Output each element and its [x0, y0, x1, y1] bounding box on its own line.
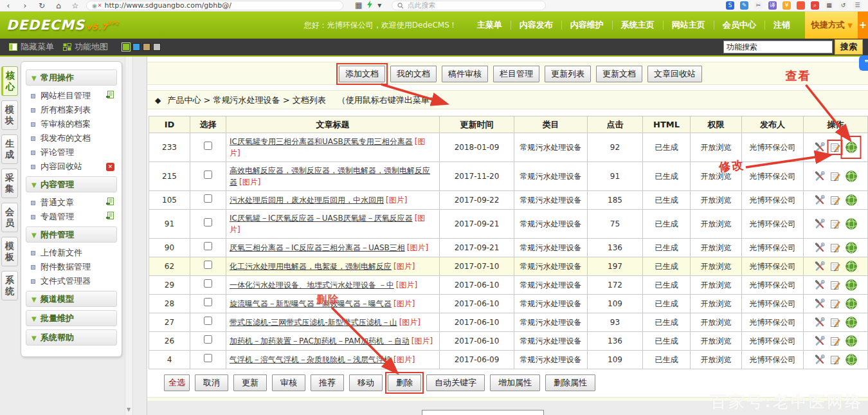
screenshot-scissors-icon[interactable]: ✂: [754, 1, 763, 10]
restore-icon[interactable]: ↺: [839, 1, 847, 10]
module-tab-模块[interactable]: 模块: [1, 100, 18, 130]
document-title-link[interactable]: 污水处理后回用，废水处理后回用，中水回用: [230, 196, 384, 205]
edit-icon[interactable]: [829, 142, 841, 153]
sidebar-section-4[interactable]: ▼批量维护: [26, 310, 117, 326]
sidebar-item-附件数据管理[interactable]: 附件数据管理: [26, 260, 117, 274]
translate-icon[interactable]: 译: [768, 1, 777, 10]
quick-access-button[interactable]: 快捷方式 ▼: [805, 12, 858, 39]
bulk-button-9[interactable]: 删除属性: [545, 374, 595, 391]
qr-code-icon[interactable]: ▦: [355, 1, 362, 10]
refresh-icon[interactable]: ↻: [33, 0, 50, 12]
edit-icon[interactable]: [829, 171, 841, 182]
attributes-tools-icon[interactable]: [814, 142, 826, 153]
edit-icon[interactable]: [829, 317, 841, 328]
document-title-link[interactable]: 化工污水处理用电解器，电絮凝，强制电解反应: [230, 262, 392, 271]
row-checkbox[interactable]: [204, 335, 212, 344]
sidebar-item-普通文章[interactable]: 普通文章: [26, 196, 117, 210]
apps-grid-icon[interactable]: ▦: [825, 1, 833, 10]
doc-action-button-5[interactable]: 更新文档: [596, 66, 642, 82]
sidebar-section-1[interactable]: ▼内容管理: [26, 176, 117, 192]
sogou-icon[interactable]: S: [726, 1, 734, 10]
sidebar-item-内容回收站[interactable]: 内容回收站✕: [26, 160, 117, 174]
document-title-link[interactable]: 加药机－加药装置－PAC加药机－PAM加药机 －自动: [230, 337, 410, 346]
row-checkbox[interactable]: [204, 354, 212, 362]
view-globe-icon[interactable]: [845, 297, 858, 310]
edit-icon[interactable]: [829, 242, 841, 254]
view-globe-icon[interactable]: [845, 194, 858, 207]
attributes-tools-icon[interactable]: [814, 354, 826, 365]
view-globe-icon[interactable]: [845, 316, 858, 329]
view-globe-icon[interactable]: [845, 141, 858, 154]
top-nav-item-2[interactable]: 内容维护: [561, 21, 612, 30]
attributes-tools-icon[interactable]: [814, 218, 826, 230]
theme-swatch-3[interactable]: [153, 43, 161, 51]
edit-icon[interactable]: [829, 261, 841, 272]
chevron-down-icon[interactable]: ▾: [377, 1, 381, 10]
edit-icon[interactable]: [829, 335, 841, 347]
module-tab-核心[interactable]: 核心: [1, 66, 18, 96]
bulk-button-2[interactable]: 更新: [233, 374, 267, 391]
bookmark-star-icon[interactable]: ☆: [67, 0, 84, 12]
fox-icon[interactable]: [797, 1, 805, 10]
function-map-button[interactable]: 功能地图: [63, 41, 108, 53]
view-globe-icon[interactable]: [845, 170, 858, 183]
doc-action-button-0[interactable]: 添加文档: [339, 66, 385, 82]
doc-action-button-4[interactable]: 更新列表: [545, 66, 591, 82]
top-nav-item-6[interactable]: 注销: [764, 21, 799, 30]
sidebar-section-2[interactable]: ▼附件管理: [26, 226, 117, 243]
forward-icon[interactable]: ›: [17, 0, 33, 12]
bulk-button-6[interactable]: 删除: [388, 374, 421, 391]
top-nav-item-1[interactable]: 内容发布: [511, 21, 561, 30]
module-tab-模板[interactable]: 模板: [1, 237, 18, 266]
function-search-button[interactable]: 搜索: [835, 39, 863, 55]
bulk-button-3[interactable]: 审核: [272, 374, 305, 391]
doc-action-button-6[interactable]: 文章回收站: [647, 66, 702, 82]
breadcrumb-path[interactable]: 产品中心 > 常规污水处理设备 > 文档列表: [167, 95, 325, 105]
row-checkbox[interactable]: [204, 218, 212, 226]
sidebar-item-专题管理[interactable]: 专题管理: [26, 210, 117, 224]
sidebar-section-0[interactable]: ▼常用操作: [26, 69, 117, 86]
bulk-button-0[interactable]: 全选: [164, 374, 190, 391]
view-globe-icon[interactable]: [845, 353, 858, 366]
row-checkbox[interactable]: [204, 317, 212, 325]
top-nav-item-5[interactable]: 会员中心: [714, 21, 764, 30]
module-tab-会员[interactable]: 会员: [1, 203, 18, 232]
sidebar-item-我发布的文档[interactable]: 我发布的文档: [26, 131, 117, 145]
view-globe-icon[interactable]: [845, 241, 858, 254]
row-checkbox[interactable]: [204, 171, 212, 179]
row-checkbox[interactable]: [204, 298, 212, 306]
module-tab-采集[interactable]: 采集: [1, 169, 18, 198]
module-tab-系统[interactable]: 系统: [1, 271, 18, 300]
doc-action-button-3[interactable]: 栏目管理: [493, 66, 539, 82]
attributes-tools-icon[interactable]: [814, 194, 826, 206]
shield-icon[interactable]: ¥: [782, 1, 791, 10]
row-checkbox[interactable]: [204, 142, 212, 150]
attributes-tools-icon[interactable]: [814, 279, 826, 291]
bulk-button-7[interactable]: 自动关键字: [426, 374, 485, 391]
sidebar-item-评论管理[interactable]: 评论管理: [26, 145, 117, 160]
doc-action-button-2[interactable]: 稿件审核: [442, 66, 488, 82]
edit-icon[interactable]: [829, 354, 841, 365]
document-title-link[interactable]: 厌氧三相分离器－IC反应器三相分离器－UASB三相: [230, 243, 405, 252]
edit-icon[interactable]: [829, 194, 841, 206]
document-title-link[interactable]: 一体化污水处理设备、地埋式污水处理设备 －中: [230, 281, 394, 290]
attributes-tools-icon[interactable]: [814, 317, 826, 328]
view-globe-icon[interactable]: [845, 279, 858, 291]
home-icon[interactable]: ⌂: [50, 0, 67, 12]
row-checkbox[interactable]: [204, 261, 212, 269]
find-icon[interactable]: ⌕: [811, 1, 819, 10]
top-nav-item-4[interactable]: 网站主页: [663, 21, 714, 30]
address-bar[interactable]: ◉✕ http://www.sdguangbo.com/gbhb@/: [86, 1, 343, 10]
attributes-tools-icon[interactable]: [814, 261, 826, 272]
sidebar-section-5[interactable]: ▼系统帮助: [26, 329, 117, 346]
sidebar-item-网站栏目管理[interactable]: 网站栏目管理: [26, 89, 117, 103]
row-checkbox[interactable]: [204, 279, 212, 288]
edit-icon[interactable]: [829, 218, 841, 230]
sidebar-item-上传新文件[interactable]: 上传新文件: [26, 246, 117, 260]
bulk-button-5[interactable]: 移动: [349, 374, 383, 391]
bulk-button-4[interactable]: 推荐: [311, 374, 344, 391]
view-globe-icon[interactable]: [845, 335, 858, 347]
flash-icon[interactable]: [367, 1, 372, 10]
attributes-tools-icon[interactable]: [814, 242, 826, 254]
top-nav-item-0[interactable]: 主菜单: [469, 21, 511, 30]
